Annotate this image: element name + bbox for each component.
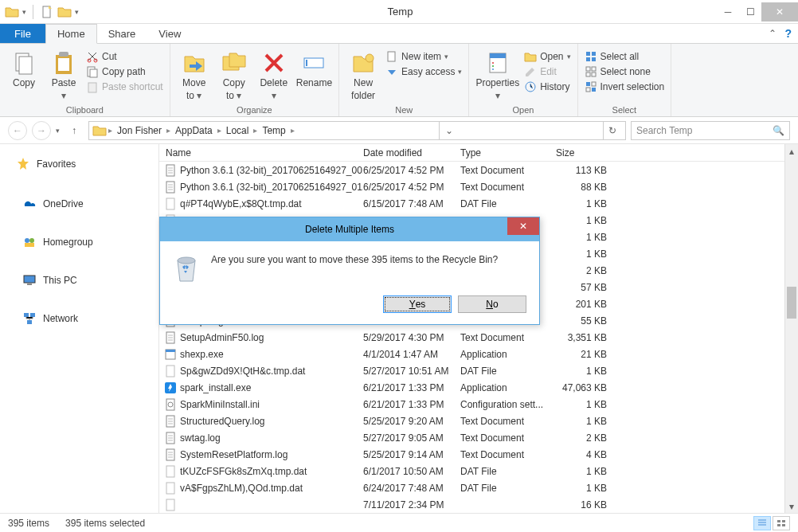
tab-view[interactable]: View	[147, 24, 193, 43]
address-dropdown-icon[interactable]: ⌄	[439, 122, 458, 139]
nav-back-button[interactable]: ←	[8, 121, 27, 140]
file-row[interactable]: Python 3.6.1 (32-bit)_20170625164927_01.…	[159, 178, 798, 195]
yes-button[interactable]: Yes	[383, 295, 452, 313]
file-name: Sp&gwZDd9X!QtH&c.tmp.dat	[180, 366, 305, 377]
chevron-right-icon[interactable]: ▸	[108, 126, 112, 135]
file-name: swtag.log	[180, 432, 221, 444]
cut-icon	[86, 50, 99, 63]
thumbnails-view-button[interactable]	[773, 516, 790, 530]
invert-selection-button[interactable]: Invert selection	[585, 80, 665, 93]
crumb-temp[interactable]: Temp	[259, 125, 288, 136]
file-row[interactable]: vA$FgpsZhLM),QOd.tmp.dat6/24/2017 7:48 A…	[159, 479, 798, 496]
maximize-button[interactable]: ☐	[739, 2, 761, 22]
close-button[interactable]: ✕	[761, 2, 798, 22]
open-button[interactable]: Open ▾	[524, 50, 570, 63]
chevron-right-icon[interactable]: ▸	[253, 126, 257, 135]
sidebar-item-homegroup[interactable]: Homegroup	[0, 232, 158, 252]
file-date: 6/21/2017 1:33 PM	[363, 382, 460, 393]
file-list[interactable]: Python 3.6.1 (32-bit)_20170625164927_00.…	[159, 162, 798, 513]
properties-icon[interactable]	[57, 6, 72, 18]
search-input[interactable]: Search Temp 🔍	[631, 121, 790, 140]
qat-dropdown-icon[interactable]: ▾	[22, 8, 26, 16]
select-all-button[interactable]: Select all	[585, 50, 665, 63]
delete-button[interactable]: Delete ▾	[256, 47, 291, 101]
scroll-up-button[interactable]: ▴	[785, 144, 798, 158]
column-size[interactable]: Size	[556, 147, 612, 158]
chevron-right-icon[interactable]: ▸	[217, 126, 221, 135]
new-item-button[interactable]: New item ▾	[385, 50, 462, 63]
sidebar-item-network[interactable]: Network	[0, 308, 158, 329]
file-row[interactable]: 7/11/2017 2:34 PM16 KB	[159, 496, 798, 513]
sidebar-item-favorites[interactable]: Favorites	[0, 152, 158, 176]
collapse-ribbon-icon[interactable]: ⌃	[769, 28, 776, 39]
ribbon-group-open: Properties ▾ Open ▾ Edit History Open	[469, 44, 577, 116]
file-row[interactable]: SparkMiniInstall.ini6/21/2017 1:33 PMCon…	[159, 396, 798, 413]
file-row[interactable]: spark_install.exe6/21/2017 1:33 PMApplic…	[159, 379, 798, 396]
easy-access-button[interactable]: Easy access ▾	[385, 65, 462, 78]
svg-point-68	[178, 257, 195, 264]
svg-rect-9	[90, 69, 97, 77]
file-row[interactable]: swtag.log5/27/2017 9:05 AMText Document2…	[159, 429, 798, 446]
crumb-local[interactable]: Local	[223, 125, 252, 136]
refresh-button[interactable]: ↻	[603, 122, 622, 139]
file-row[interactable]: shexp.exe4/1/2014 1:47 AMApplication21 K…	[159, 346, 798, 362]
folder-icon[interactable]	[5, 6, 19, 18]
column-name[interactable]: Name	[159, 147, 363, 158]
new-folder-button[interactable]: New folder	[346, 47, 381, 101]
file-row[interactable]: q#PT4qWybE,x$8Qt.tmp.dat6/15/2017 7:48 A…	[159, 195, 798, 212]
svg-rect-10	[88, 83, 96, 92]
scrollbar-thumb[interactable]	[787, 287, 796, 319]
scroll-down-button[interactable]: ▾	[785, 499, 798, 513]
sidebar-item-onedrive[interactable]: OneDrive	[0, 194, 158, 214]
move-to-button[interactable]: Move to ▾	[177, 47, 212, 101]
file-size: 1 KB	[556, 232, 612, 243]
file-date: 5/27/2017 9:05 AM	[363, 432, 460, 444]
paste-shortcut-button[interactable]: Paste shortcut	[86, 80, 163, 93]
tab-home[interactable]: Home	[45, 24, 97, 44]
details-view-button[interactable]	[753, 516, 771, 530]
chevron-right-icon[interactable]: ▸	[291, 126, 295, 135]
no-button[interactable]: No	[458, 295, 526, 313]
dialog-titlebar[interactable]: Delete Multiple Items ✕	[160, 217, 539, 241]
minimize-button[interactable]: ─	[717, 2, 739, 22]
file-type: Text Document	[460, 332, 556, 343]
help-icon[interactable]: ?	[784, 27, 792, 40]
file-row[interactable]: SetupAdminF50.log5/29/2017 4:30 PMText D…	[159, 329, 798, 346]
paste-button[interactable]: Paste ▾	[46, 47, 81, 101]
chevron-right-icon[interactable]: ▸	[166, 126, 170, 135]
nav-up-button[interactable]: ↑	[65, 121, 84, 140]
file-row[interactable]: tKUZcFSFGk8sZmXq.tmp.dat6/1/2017 10:50 A…	[159, 463, 798, 479]
copy-button[interactable]: Copy	[6, 47, 41, 88]
crumb-appdata[interactable]: AppData	[172, 125, 216, 136]
nav-forward-button[interactable]: →	[32, 121, 51, 140]
svg-rect-61	[166, 466, 174, 477]
new-doc-icon[interactable]	[40, 6, 54, 18]
file-size: 47,063 KB	[556, 382, 612, 393]
qat-chevron-icon[interactable]: ▾	[75, 8, 79, 16]
file-row[interactable]: Sp&gwZDd9X!QtH&c.tmp.dat5/27/2017 10:51 …	[159, 362, 798, 379]
column-type[interactable]: Type	[460, 147, 556, 158]
scrollbar[interactable]: ▴ ▾	[784, 144, 798, 513]
copy-path-button[interactable]: Copy path	[86, 65, 163, 78]
tab-share[interactable]: Share	[97, 24, 148, 43]
file-row[interactable]: StructuredQuery.log5/25/2017 9:20 AMText…	[159, 413, 798, 429]
cut-button[interactable]: Cut	[86, 50, 163, 63]
file-row[interactable]: Python 3.6.1 (32-bit)_20170625164927_00.…	[159, 162, 798, 178]
file-row[interactable]: SystemResetPlatform.log5/25/2017 9:14 AM…	[159, 446, 798, 463]
breadcrumb[interactable]: ▸ Jon Fisher ▸ AppData ▸ Local ▸ Temp ▸ …	[88, 121, 626, 140]
properties-button[interactable]: Properties ▾	[475, 47, 519, 101]
tab-file[interactable]: File	[0, 24, 45, 43]
column-date[interactable]: Date modified	[363, 147, 460, 158]
select-none-button[interactable]: Select none	[585, 65, 665, 78]
dialog-close-button[interactable]: ✕	[507, 217, 539, 235]
crumb-jon-fisher[interactable]: Jon Fisher	[114, 125, 165, 136]
history-button[interactable]: History	[524, 80, 570, 93]
scrollbar-track[interactable]	[785, 158, 798, 499]
nav-history-dropdown[interactable]: ▾	[56, 127, 60, 135]
copy-to-button[interactable]: Copy to ▾	[217, 47, 252, 101]
sidebar-item-this-pc[interactable]: This PC	[0, 270, 158, 291]
rename-button[interactable]: Rename	[296, 47, 332, 88]
edit-button[interactable]: Edit	[524, 65, 570, 78]
file-name: vA$FgpsZhLM),QOd.tmp.dat	[180, 483, 303, 494]
svg-rect-22	[592, 52, 596, 56]
